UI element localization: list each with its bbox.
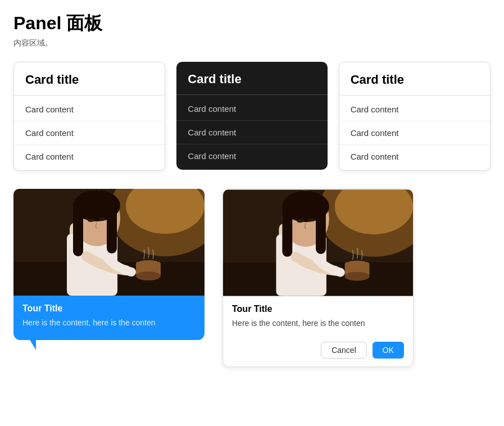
svg-rect-11 [73, 206, 83, 256]
svg-point-21 [345, 272, 370, 281]
list-item: Card content [176, 97, 327, 121]
svg-point-28 [297, 219, 303, 223]
card-light: Card title Card content Card content Car… [13, 62, 165, 171]
list-item: Card content [14, 145, 165, 168]
ok-button[interactable]: OK [373, 342, 404, 359]
card-dark-title: Card title [176, 62, 327, 95]
svg-point-14 [99, 217, 106, 221]
cancel-button[interactable]: Cancel [321, 342, 367, 359]
cards-row: Card title Card content Card content Car… [13, 62, 491, 171]
card-right-body: Card content Card content Card content [339, 96, 490, 170]
card-light-body: Card content Card content Card content [14, 96, 165, 170]
list-item: Card content [14, 121, 165, 145]
card-right: Card title Card content Card content Car… [339, 62, 491, 171]
svg-point-13 [88, 219, 94, 222]
tour-actions: Cancel OK [223, 338, 413, 366]
page-subtitle: 内容区域。 [13, 38, 491, 48]
svg-rect-27 [316, 206, 326, 254]
tour-image-normal [223, 189, 413, 296]
list-item: Card content [339, 145, 490, 168]
card-dark: Card title Card content Card content Car… [176, 62, 327, 170]
tour-blue-text: Here is the content, here is the conten [22, 317, 196, 329]
list-item: Card content [339, 98, 490, 121]
svg-point-29 [308, 218, 315, 221]
list-item: Card content [176, 121, 327, 144]
card-light-title: Card title [14, 62, 165, 96]
list-item: Card content [14, 98, 165, 121]
tour-blue-content: Tour Title Here is the content, here is … [13, 296, 205, 338]
tour-card-normal: Tour Title Here is the content, here is … [223, 189, 414, 367]
card-right-title: Card title [339, 62, 490, 96]
list-item: Card content [176, 144, 327, 167]
page-title: Panel 面板 [13, 11, 491, 36]
tour-image-blue [13, 189, 205, 296]
card-dark-body: Card content Card content Card content [176, 95, 327, 170]
tour-normal-title: Tour Title [232, 304, 404, 314]
tour-normal-content: Tour Title Here is the content, here is … [223, 296, 413, 338]
list-item: Card content [339, 121, 490, 145]
svg-rect-12 [107, 206, 117, 253]
svg-rect-26 [282, 206, 292, 256]
svg-point-6 [136, 271, 161, 280]
tour-blue-title: Tour Title [22, 303, 196, 314]
tour-normal-text: Here is the content, here is the conten [232, 318, 404, 329]
tour-card-blue: Tour Title Here is the content, here is … [13, 189, 205, 340]
tour-row: Tour Title Here is the content, here is … [13, 189, 491, 367]
